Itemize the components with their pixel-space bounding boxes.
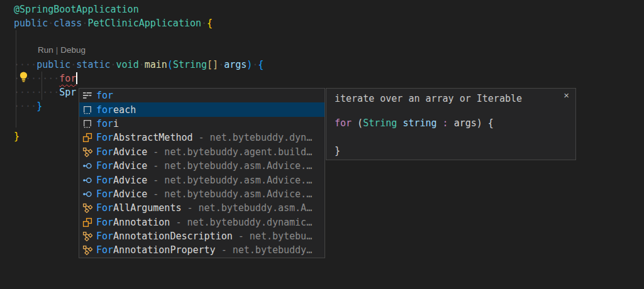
suggestion-docs-panel: iterate over an array or Iterable × for …: [326, 88, 576, 160]
docs-code-line: }: [335, 144, 340, 157]
snippet-icon: [82, 105, 92, 115]
suggestion-label: ForAllArguments - net.bytebuddy.asm.A…: [96, 202, 312, 214]
suggestion-label: foreach: [96, 104, 136, 116]
codelens-debug-link[interactable]: Debug: [60, 45, 86, 55]
suggestion-item[interactable]: ForAdvice - net.bytebuddy.asm.Advice.…: [79, 173, 325, 187]
code-line: ····public·static·void·main(String[]·arg…: [14, 58, 264, 71]
struct-icon: [82, 231, 92, 241]
suggestion-item[interactable]: ForAnnotationProperty - net.bytebuddy…: [79, 243, 325, 257]
suggestion-label: ForAnnotationDescription - net.bytebu…: [96, 231, 312, 242]
code-line: ········Spr: [14, 86, 76, 99]
suggestion-item[interactable]: ForAbstractMethod - net.bytebuddy.dyn…: [79, 131, 325, 144]
snippet-icon: [82, 119, 92, 129]
vscode-editor-window: @SpringBootApplicationpublic·class·PetCl…: [0, 0, 644, 289]
class-icon: [82, 133, 92, 143]
interface-icon: [82, 161, 92, 171]
codelens-separator: |: [53, 45, 61, 55]
code-line: @SpringBootApplication: [14, 3, 139, 16]
suggestion-item[interactable]: ForAdvice - net.bytebuddy.asm.Advice.…: [79, 187, 325, 201]
autocomplete-popup: forforeachforiForAbstractMethod - net.by…: [79, 88, 325, 258]
code-line: ····}: [14, 100, 42, 112]
suggestion-item[interactable]: ForAllArguments - net.bytebuddy.asm.A…: [79, 201, 325, 215]
suggestion-item[interactable]: ForAnnotation - net.bytebuddy.dynamic…: [79, 215, 325, 229]
suggestion-label: ForAnnotation - net.bytebuddy.dynamic…: [96, 217, 312, 228]
suggestion-item[interactable]: for: [79, 89, 325, 102]
close-icon[interactable]: ×: [564, 90, 569, 101]
class-icon: [82, 217, 92, 227]
interface-icon: [82, 175, 92, 185]
struct-icon: [82, 203, 92, 213]
keyword-icon: [82, 90, 92, 101]
suggestion-label: ForAdvice - net.bytebuddy.agent.build…: [96, 146, 312, 158]
suggestion-label: ForAnnotationProperty - net.bytebuddy…: [96, 244, 312, 256]
codelens-run-link[interactable]: Run: [38, 45, 53, 55]
interface-icon: [82, 189, 92, 199]
struct-icon: [82, 147, 92, 157]
code-line: }: [14, 130, 19, 143]
suggestion-item[interactable]: ForAnnotationDescription - net.bytebu…: [79, 229, 325, 243]
suggestion-label: ForAdvice - net.bytebuddy.asm.Advice.…: [96, 188, 312, 200]
suggestion-item[interactable]: fori: [79, 117, 325, 131]
suggestion-item[interactable]: ForAdvice - net.bytebuddy.agent.build…: [79, 145, 325, 159]
docs-code-line: for (String string : args) {: [335, 117, 494, 129]
suggestion-label: ForAdvice - net.bytebuddy.asm.Advice.…: [96, 160, 312, 172]
suggestion-label: fori: [96, 118, 119, 129]
suggestion-description: iterate over an array or Iterable: [335, 92, 522, 105]
suggestion-label: for: [96, 90, 113, 101]
codelens: Run|Debug: [38, 45, 86, 55]
code-line: public·class·PetClinicApplication·{: [14, 17, 213, 30]
suggestion-label: ForAdvice - net.bytebuddy.asm.Advice.…: [96, 175, 312, 186]
suggestion-item[interactable]: foreach: [79, 102, 325, 116]
suggestion-label: ForAbstractMethod - net.bytebuddy.dyn…: [96, 132, 312, 143]
struct-icon: [82, 245, 92, 255]
text-cursor: [76, 72, 77, 84]
lightbulb-icon[interactable]: [17, 70, 30, 84]
suggest-list: forforeachforiForAbstractMethod - net.by…: [79, 89, 325, 258]
suggestion-item[interactable]: ForAdvice - net.bytebuddy.asm.Advice.…: [79, 159, 325, 173]
